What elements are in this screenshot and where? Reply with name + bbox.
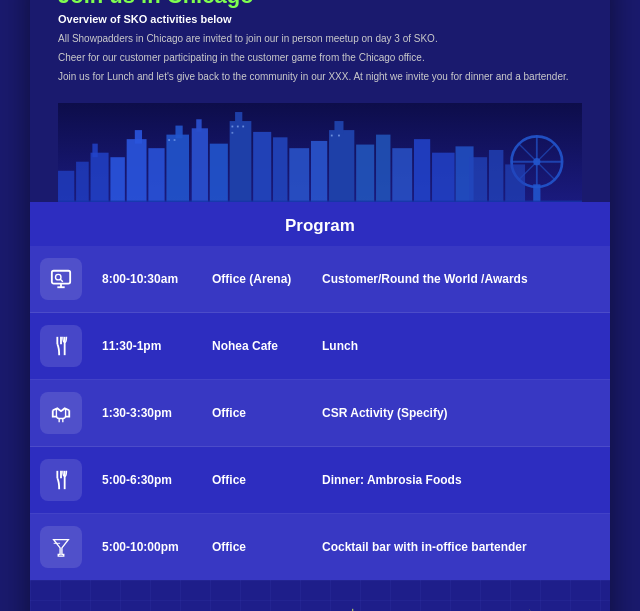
row3-icon-cell [30,380,92,447]
row5-icon-cell [30,514,92,581]
table-row: 11:30-1pm Nohea Cafe Lunch [30,313,610,380]
row1-description: Customer/Round the World /Awards [312,246,610,313]
svg-rect-41 [242,125,244,127]
svg-rect-21 [334,121,343,134]
monitor-icon [40,258,82,300]
svg-rect-11 [192,128,208,202]
title-static: Join us in [58,0,167,8]
table-row: 5:00-10:00pm Office Cocktail bar with in… [30,514,610,581]
row4-description: Dinner: Ambrosia Foods [312,447,610,514]
svg-rect-23 [376,134,390,202]
row1-time: 8:00-10:30am [92,246,202,313]
svg-rect-42 [231,132,233,134]
svg-rect-46 [174,139,176,141]
svg-rect-7 [135,130,142,144]
svg-rect-13 [210,143,228,202]
svg-line-51 [60,279,63,282]
table-row: 5:00-6:30pm Office Dinner: Ambrosia Food… [30,447,610,514]
svg-text:+: + [348,604,357,611]
fork2-icon [40,459,82,501]
table-row: 8:00-10:30am Office (Arena) Customer/Rou… [30,246,610,313]
svg-rect-4 [92,143,97,157]
svg-rect-12 [196,119,201,132]
main-card: Join us in Chicago Overview of SKO activ… [30,0,610,611]
desc2-text: Cheer for our customer participating in … [58,50,582,65]
row5-time: 5:00-10:00pm [92,514,202,581]
row5-description: Cocktail bar with in-office bartender [312,514,610,581]
desc3-text: Join us for Lunch and let's give back to… [58,69,582,84]
svg-rect-16 [253,132,271,202]
svg-rect-15 [235,112,242,125]
svg-rect-1 [58,170,74,202]
subtitle-text: Overview of SKO activities below [58,13,582,25]
row2-description: Lunch [312,313,610,380]
title-highlight: Chicago [167,0,254,8]
svg-rect-37 [505,164,525,202]
svg-rect-35 [469,157,487,202]
row3-description: CSR Activity (Specify) [312,380,610,447]
program-table: 8:00-10:30am Office (Arena) Customer/Rou… [30,246,610,580]
svg-rect-9 [166,134,189,202]
svg-rect-17 [273,137,287,202]
svg-rect-59 [30,580,610,611]
svg-rect-19 [311,141,327,202]
svg-rect-10 [175,125,182,138]
svg-rect-25 [414,139,430,202]
svg-rect-45 [168,139,170,141]
svg-rect-38 [58,200,582,202]
svg-rect-39 [231,125,233,127]
row2-time: 11:30-1pm [92,313,202,380]
main-title: Join us in Chicago [58,0,582,9]
svg-rect-36 [489,150,503,202]
cocktail-icon [40,526,82,568]
row2-icon-cell [30,313,92,380]
svg-rect-34 [533,184,540,202]
svg-rect-18 [289,148,309,202]
header-section: Join us in Chicago Overview of SKO activ… [30,0,610,202]
svg-rect-24 [392,148,412,202]
row3-time: 1:30-3:30pm [92,380,202,447]
svg-rect-43 [331,134,333,136]
svg-rect-6 [127,139,147,202]
skyline-illustration: CHICAGO [58,92,582,202]
body-section: Program [30,202,610,611]
svg-rect-40 [237,125,239,127]
row4-location: Office [202,447,312,514]
svg-rect-8 [148,148,164,202]
row2-location: Nohea Cafe [202,313,312,380]
svg-rect-22 [356,144,374,202]
row1-location: Office (Arena) [202,246,312,313]
svg-rect-3 [91,152,109,202]
table-row: 1:30-3:30pm Office CSR Activity (Specify… [30,380,610,447]
fork-icon [40,325,82,367]
svg-rect-26 [432,152,455,202]
footer-decoration: + + [30,580,610,611]
desc1-text: All Showpadders in Chicago are invited t… [58,31,582,46]
row4-time: 5:00-6:30pm [92,447,202,514]
svg-rect-44 [338,134,340,136]
row5-location: Office [202,514,312,581]
row4-icon-cell [30,447,92,514]
svg-rect-5 [110,157,124,202]
row1-icon-cell [30,246,92,313]
svg-rect-2 [76,161,89,202]
program-title: Program [30,202,610,246]
row3-location: Office [202,380,312,447]
handshake-icon [40,392,82,434]
svg-rect-20 [329,130,354,202]
